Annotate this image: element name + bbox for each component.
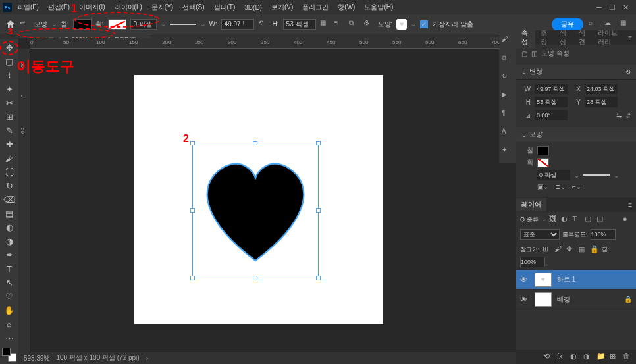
zoom-tool-icon[interactable]: ⌕ bbox=[1, 317, 17, 330]
adjustment-icon[interactable]: ◑ bbox=[583, 352, 593, 361]
heart-shape[interactable] bbox=[193, 143, 318, 278]
new-layer-icon[interactable]: ⊞ bbox=[610, 352, 619, 361]
back-arrow-icon[interactable]: ↩ bbox=[20, 19, 30, 30]
prop-x-input[interactable] bbox=[585, 84, 618, 94]
transform-section[interactable]: ⌄ 변형 ↻ bbox=[516, 65, 636, 80]
fx-icon[interactable]: fx bbox=[557, 352, 566, 361]
menu-filter[interactable]: 필터(T) bbox=[210, 1, 240, 13]
blur-tool-icon[interactable]: ◐ bbox=[1, 221, 17, 234]
prop-h-input[interactable] bbox=[535, 97, 568, 107]
appearance-section[interactable]: ⌄ 모양 bbox=[516, 127, 636, 142]
brush-tool-icon[interactable]: 🖌 bbox=[1, 151, 17, 165]
lock-pos-icon[interactable]: ✥ bbox=[566, 245, 575, 254]
maximize-icon[interactable]: ☐ bbox=[608, 3, 616, 11]
menu-view[interactable]: 보기(V) bbox=[267, 1, 297, 13]
link-wh-icon[interactable]: ⟲ bbox=[258, 19, 269, 30]
visibility-icon[interactable]: 👁 bbox=[520, 296, 529, 303]
handle-ml[interactable] bbox=[190, 208, 195, 213]
shape-mode-label[interactable]: 모양 bbox=[34, 20, 47, 29]
prop-fill-swatch[interactable] bbox=[537, 146, 549, 155]
menu-select[interactable]: 선택(S) bbox=[178, 1, 208, 13]
minimize-icon[interactable]: ─ bbox=[595, 3, 603, 11]
prop-w-input[interactable] bbox=[535, 84, 568, 94]
heal-tool-icon[interactable]: ✚ bbox=[1, 138, 17, 151]
menu-3d[interactable]: 3D(D) bbox=[240, 3, 266, 13]
handle-tm[interactable] bbox=[253, 141, 257, 145]
layer-thumb[interactable] bbox=[535, 292, 552, 307]
width-input[interactable] bbox=[221, 19, 254, 30]
zoom-level[interactable]: 593.39% bbox=[24, 355, 49, 362]
align-edges-checkbox[interactable]: ✓ bbox=[420, 20, 428, 28]
paragraph-panel-icon[interactable]: ¶ bbox=[502, 109, 514, 121]
align-icon[interactable]: ≡ bbox=[334, 19, 345, 30]
menu-plugin[interactable]: 플러그인 bbox=[298, 1, 332, 13]
path-select-icon[interactable]: ↖ bbox=[1, 276, 17, 289]
marquee-tool-icon[interactable]: ▢ bbox=[1, 55, 17, 68]
shape-picker-icon[interactable]: ♥ bbox=[396, 19, 407, 30]
stroke-caps-icon[interactable]: ⊏⌄ bbox=[555, 183, 566, 190]
flip-h-icon[interactable]: ⇋ bbox=[616, 112, 622, 119]
stroke-size-input[interactable] bbox=[130, 19, 157, 30]
layer-name[interactable]: 하트 1 bbox=[557, 275, 575, 284]
shape-tool-icon[interactable]: ♡ bbox=[1, 290, 17, 303]
pathops-icon[interactable]: ▦ bbox=[320, 19, 331, 30]
filter-pixel-icon[interactable]: 🖼 bbox=[549, 215, 558, 224]
move-tool-icon[interactable]: ✥ bbox=[1, 41, 17, 54]
menu-image[interactable]: 이미지(I) bbox=[75, 1, 109, 13]
history-brush-icon[interactable]: ↻ bbox=[1, 179, 17, 192]
link-layers-icon[interactable]: ⟲ bbox=[544, 352, 553, 361]
gradient-tool-icon[interactable]: ▤ bbox=[1, 207, 17, 220]
transform-bbox[interactable] bbox=[192, 143, 319, 278]
canvas-area[interactable]: 0 50 100 150 200 250 300 350 400 450 500… bbox=[18, 38, 516, 352]
prop-stroke-preview[interactable] bbox=[583, 174, 610, 176]
delete-layer-icon[interactable]: 🗑 bbox=[623, 352, 632, 361]
layer-filter-label[interactable]: Q 종류 bbox=[520, 215, 539, 224]
crop-tool-icon[interactable]: ✂ bbox=[1, 96, 17, 109]
handle-bl[interactable] bbox=[190, 276, 195, 280]
handle-tr[interactable] bbox=[316, 141, 321, 145]
pen-tool-icon[interactable]: ✒ bbox=[1, 248, 17, 261]
layers-menu-icon[interactable]: ≡ bbox=[624, 201, 636, 209]
lock-pixel-icon[interactable]: 🖌 bbox=[554, 245, 564, 254]
layer-row-heart[interactable]: 👁 ♥ 하트 1 bbox=[516, 270, 636, 290]
menu-layer[interactable]: 레이어(L) bbox=[111, 1, 146, 13]
menu-file[interactable]: 파일(F) bbox=[13, 1, 43, 13]
filter-type-icon[interactable]: T bbox=[573, 215, 582, 224]
gear-icon[interactable]: ⚙ bbox=[363, 19, 374, 30]
menu-window[interactable]: 창(W) bbox=[334, 1, 359, 13]
hand-tool-icon[interactable]: ✋ bbox=[1, 303, 17, 317]
layer-thumb[interactable]: ♥ bbox=[535, 273, 552, 287]
stroke-align-icon[interactable]: ▣⌄ bbox=[537, 183, 548, 190]
handle-mr[interactable] bbox=[316, 208, 321, 213]
arrange-icon[interactable]: ⧉ bbox=[349, 19, 359, 30]
group-icon[interactable]: 📁 bbox=[596, 352, 606, 361]
menu-help[interactable]: 도움말(H) bbox=[360, 1, 397, 13]
lasso-tool-icon[interactable]: ⌇ bbox=[1, 68, 17, 82]
flip-v-icon[interactable]: ⇵ bbox=[625, 112, 631, 119]
opacity-input[interactable] bbox=[591, 229, 616, 240]
handle-br[interactable] bbox=[316, 276, 321, 280]
prop-stroke-swatch[interactable] bbox=[537, 158, 549, 167]
fill-swatch[interactable] bbox=[73, 19, 92, 30]
filter-smart-icon[interactable]: ◫ bbox=[596, 215, 606, 224]
filter-toggle-icon[interactable]: ● bbox=[623, 215, 632, 224]
fill-opacity-input[interactable] bbox=[520, 257, 545, 267]
stroke-corners-icon[interactable]: ⌐⌄ bbox=[572, 183, 581, 190]
eraser-tool-icon[interactable]: ⌫ bbox=[1, 193, 17, 206]
type-tool-icon[interactable]: T bbox=[1, 262, 17, 275]
edit-toolbar-icon[interactable]: ⋯ bbox=[1, 331, 17, 344]
handle-bm[interactable] bbox=[253, 276, 257, 280]
doc-info[interactable]: 100 픽셀 x 100 픽셀 (72 ppi) bbox=[56, 353, 139, 363]
brushes-panel-icon[interactable]: ⧉ bbox=[502, 54, 514, 66]
frame-tool-icon[interactable]: ⊞ bbox=[1, 110, 17, 123]
mask-icon[interactable]: ◐ bbox=[570, 352, 579, 361]
styles-panel-icon[interactable]: ✦ bbox=[502, 146, 514, 158]
lock-trans-icon[interactable]: ⊞ bbox=[543, 245, 552, 254]
reset-icon[interactable]: ↻ bbox=[625, 68, 631, 76]
blend-mode-select[interactable]: 표준 bbox=[520, 229, 560, 240]
prop-stroke-size[interactable] bbox=[537, 170, 570, 180]
eyedropper-tool-icon[interactable]: ✎ bbox=[1, 124, 17, 137]
panel-menu-icon[interactable]: ≡ bbox=[624, 34, 636, 41]
prop-y-input[interactable] bbox=[585, 97, 618, 107]
visibility-icon[interactable]: 👁 bbox=[520, 276, 529, 284]
